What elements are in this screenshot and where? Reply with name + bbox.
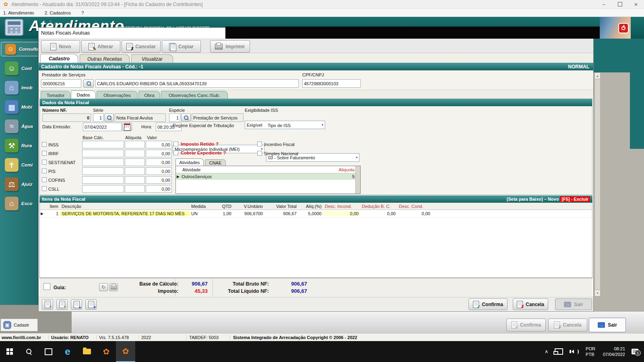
novo-button[interactable]: Novo	[41, 40, 80, 53]
menu-help[interactable]: ?	[81, 10, 84, 15]
imposto-retido-checkbox[interactable]	[173, 142, 178, 146]
guia-refresh-button[interactable]: ↻	[99, 283, 108, 291]
item-row[interactable]: ▶ 1 SERVIÇOS DE MOTORISTA, REFERENTE 17 …	[40, 210, 592, 218]
tray-clock[interactable]: 08:21 07/04/2022	[599, 341, 629, 362]
confirma-button[interactable]: ✓ Confirma	[469, 298, 508, 310]
scroll-down-button[interactable]: ▼	[595, 290, 600, 296]
copiar-button[interactable]: Copiar	[162, 40, 201, 53]
sidebar-item-agua[interactable]: ≈ Água	[1, 117, 38, 135]
power-button-icon[interactable]	[618, 23, 629, 33]
irrf-valor-field[interactable]: 0,00	[146, 150, 172, 157]
tray-language[interactable]: POR PTB	[582, 341, 599, 362]
csll-checkbox[interactable]	[42, 186, 47, 191]
tray-network-button[interactable]	[551, 341, 566, 362]
csll-valor-field[interactable]: 0,00	[146, 185, 172, 193]
atividade-row[interactable]: ▶ OutrosServiços 5	[176, 173, 360, 180]
outer-sair-button[interactable]: → Sair	[589, 318, 626, 332]
irrf-base-field[interactable]	[82, 150, 124, 157]
tab-observacoes-canc[interactable]: Observações Canc./Sub.	[161, 91, 228, 99]
tab-obra[interactable]: Obra	[138, 91, 160, 99]
sest-checkbox[interactable]	[42, 160, 47, 165]
serie-search-button[interactable]	[104, 113, 114, 122]
csll-aliquota-field[interactable]	[125, 185, 145, 193]
taskbar-app2-button[interactable]: ✿	[116, 341, 135, 362]
irrf-checkbox[interactable]	[42, 151, 47, 156]
atividades-scroll-strip[interactable]	[355, 166, 360, 193]
simples-nacional-checkbox[interactable]	[257, 151, 262, 156]
scroll-up-button[interactable]: ▲	[595, 73, 600, 79]
calendar-button[interactable]	[122, 123, 132, 131]
tab-observacoes[interactable]: Observações	[97, 91, 138, 99]
cofins-checkbox[interactable]	[42, 177, 47, 182]
maximize-button[interactable]	[612, 2, 628, 6]
minimize-button[interactable]: –	[596, 1, 612, 7]
sest-valor-field[interactable]: 0,00	[146, 158, 172, 166]
task-view-button[interactable]	[39, 341, 58, 362]
irrf-aliquota-field[interactable]	[125, 150, 145, 157]
taskbar-search-button[interactable]	[19, 341, 39, 362]
tab-dados[interactable]: Dados	[71, 90, 96, 99]
tab-atividades[interactable]: Atividades	[175, 158, 204, 166]
cofins-valor-field[interactable]: 0,00	[146, 176, 172, 184]
especie-field[interactable]: 1	[169, 113, 180, 122]
pis-valor-field[interactable]: 0,00	[146, 167, 172, 175]
sidebar-item-contribuinte[interactable]: ☺ Cont	[1, 60, 38, 77]
cancela-button[interactable]: ✗ Cancela	[513, 298, 548, 310]
especie-search-button[interactable]	[181, 113, 191, 122]
guia-checkbox[interactable]	[43, 283, 50, 290]
inss-valor-field[interactable]: 0,00	[146, 141, 172, 148]
prestador-codigo-field[interactable]: 000006216	[41, 79, 81, 88]
cofins-aliquota-field[interactable]	[125, 176, 145, 184]
inss-checkbox[interactable]	[42, 142, 47, 147]
pis-checkbox[interactable]	[42, 169, 47, 173]
outer-cancela-button[interactable]: ✗ Cancela	[548, 319, 587, 331]
cobrar-expediente-checkbox[interactable]	[173, 150, 178, 155]
tab-cnae[interactable]: CNAE	[205, 159, 226, 166]
tab-outras-receitas[interactable]: Outras Receitas	[80, 54, 130, 63]
start-button[interactable]	[0, 341, 19, 362]
menu-atendimento[interactable]: 1. Atendimento	[3, 10, 34, 15]
outer-confirma-button[interactable]: ✓ Confirma	[506, 319, 546, 331]
action-center-button[interactable]: 1	[629, 341, 644, 362]
alterar-button[interactable]: ✎ Alterar	[81, 40, 120, 53]
inss-base-field[interactable]	[82, 141, 124, 148]
tab-cadastro[interactable]: Cadastro	[40, 54, 78, 63]
inss-aliquota-field[interactable]	[125, 141, 145, 148]
vertical-scrollbar[interactable]: ▲ ▼	[594, 72, 601, 296]
numero-nf-field[interactable]: 0	[42, 113, 91, 122]
cofins-base-field[interactable]	[82, 176, 124, 184]
pis-base-field[interactable]	[82, 167, 124, 175]
cpf-cnpj-field[interactable]: 45729883000103	[302, 79, 361, 88]
prestador-search-button[interactable]	[83, 79, 94, 88]
record-nav-button-3[interactable]: ▸	[71, 299, 82, 310]
record-nav-button-2[interactable]: ＋	[56, 299, 68, 310]
tray-volume-button[interactable]	[566, 341, 582, 362]
close-button[interactable]: ×	[628, 1, 644, 8]
serie-field[interactable]: 1	[93, 113, 103, 122]
sidebar-item-rural[interactable]: ⚒ Rura	[1, 137, 38, 154]
data-emissao-field[interactable]: 07/04/2022	[83, 123, 122, 131]
sidebar-item-cemiterio[interactable]: ✝ Cemi	[1, 156, 38, 174]
menu-cadastros[interactable]: 2. Cadastros	[45, 10, 71, 15]
csll-base-field[interactable]	[82, 185, 124, 193]
taskbar-edge-button[interactable]: e	[58, 341, 77, 362]
sidebar-item-cadastro[interactable]: ▣ Cadastr	[0, 319, 38, 331]
sidebar-item-imobiliario[interactable]: ⌂ Imob	[1, 79, 38, 97]
taskbar-app1-button[interactable]: ✿	[97, 341, 116, 362]
record-nav-button-1[interactable]: ＋	[42, 299, 53, 310]
sidebar-item-mobiliario[interactable]: ▦ Mobi	[1, 98, 38, 116]
prestador-nome-field[interactable]: CARLOS EDUARDO RIBEIRO DA SILVA,05933470…	[95, 79, 299, 88]
sidebar-item-consulta[interactable]: ☺ Consulta	[1, 42, 38, 56]
sair-button[interactable]: → Sair	[555, 298, 592, 310]
incentivo-fiscal-checkbox[interactable]	[257, 142, 262, 146]
sest-base-field[interactable]	[82, 158, 124, 166]
tab-visualizar[interactable]: Visualizar	[131, 54, 173, 63]
cancelar-button[interactable]: ✗ Cancelar	[122, 40, 161, 53]
sest-aliquota-field[interactable]	[125, 158, 145, 166]
imprimir-button[interactable]: Imprimir	[210, 40, 250, 53]
guia-print-button[interactable]	[109, 283, 118, 291]
sidebar-item-escola[interactable]: ⌂ Esco	[1, 195, 38, 212]
pis-aliquota-field[interactable]	[125, 167, 145, 175]
taskbar-explorer-button[interactable]	[77, 341, 97, 362]
tray-chevron-button[interactable]: ∧	[541, 341, 551, 362]
